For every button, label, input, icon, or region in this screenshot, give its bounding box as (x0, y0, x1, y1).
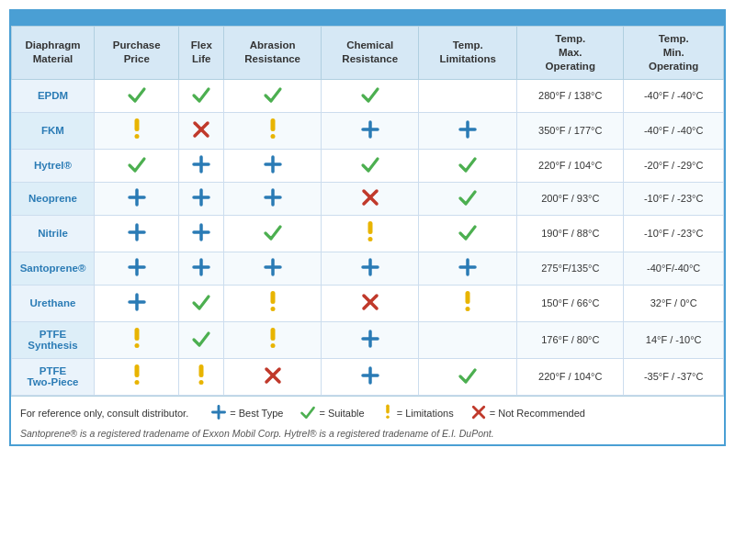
cell-material: EPDM (12, 79, 95, 112)
cell-purchase_price (95, 149, 179, 182)
cell-temp_limitations (419, 321, 517, 358)
cell-purchase_price (95, 215, 179, 252)
svg-rect-47 (134, 343, 139, 348)
cell-flex_life (179, 112, 224, 149)
plus-icon (191, 257, 211, 277)
cell-flex_life (179, 358, 224, 395)
svg-rect-1 (134, 134, 139, 139)
check-icon (360, 154, 380, 174)
check-icon (127, 84, 147, 105)
svg-rect-48 (270, 328, 275, 341)
plus-icon (127, 187, 147, 207)
plus-icon (127, 222, 147, 242)
cell-abrasion_resistance (224, 149, 322, 182)
cell-material: PTFESynthesis (12, 321, 95, 358)
svg-rect-46 (134, 328, 139, 341)
cell-temp_limitations (419, 112, 517, 149)
material-selection-guide: DiaphragmMaterial PurchasePrice FlexLife… (9, 9, 726, 446)
col-header-temp-max: Temp.Max.Operating (517, 27, 624, 80)
cell-temp_max: 350°F / 177°C (517, 112, 624, 149)
cell-temp_min: -10°F / -23°C (624, 182, 724, 215)
cell-temp_limitations (419, 252, 517, 285)
plus-icon (360, 119, 380, 140)
cell-temp_min: -40°F / -40°C (624, 79, 724, 112)
legend-warn-label: = Limitations (397, 408, 454, 419)
cell-material: FKM (12, 112, 95, 149)
warn-icon (264, 290, 282, 314)
table-row: EPDM280°F / 138°C-40°F / -40°C (12, 79, 724, 112)
plus-icon (191, 154, 211, 174)
warn-icon (128, 327, 146, 351)
legend-bar: For reference only, consult distributor.… (11, 396, 724, 426)
check-icon (263, 222, 283, 242)
table-row: Nitrile 190°F / 88°C-10°F / -23°C (12, 215, 724, 252)
col-header-material: DiaphragmMaterial (12, 27, 95, 80)
cell-chemical_resistance (322, 182, 419, 215)
cell-temp_max: 280°F / 138°C (517, 79, 624, 112)
cell-temp_limitations (419, 285, 517, 321)
legend-plus: = Best Type (210, 404, 283, 422)
table-row: Neoprene200°F / 93°C-10°F / -23°C (12, 182, 724, 215)
cell-chemical_resistance (322, 112, 419, 149)
cell-temp_max: 220°F / 104°C (517, 149, 624, 182)
warn-icon (381, 402, 394, 424)
svg-rect-52 (134, 364, 139, 377)
svg-rect-41 (270, 307, 275, 311)
cell-chemical_resistance (322, 358, 419, 395)
cell-abrasion_resistance (224, 79, 322, 112)
svg-rect-49 (270, 343, 275, 348)
cell-purchase_price (95, 182, 179, 215)
cell-material: Santoprene® (12, 252, 95, 285)
plus-icon (360, 257, 380, 277)
plus-icon (360, 365, 380, 386)
cell-flex_life (179, 215, 224, 252)
cell-chemical_resistance (322, 215, 419, 252)
selection-table: DiaphragmMaterial PurchasePrice FlexLife… (11, 26, 724, 396)
cell-material: Nitrile (12, 215, 95, 252)
check-icon (191, 292, 211, 312)
cell-temp_limitations (419, 215, 517, 252)
warn-icon (458, 290, 477, 314)
cell-purchase_price (95, 358, 179, 395)
plus-icon (191, 222, 211, 242)
cell-temp_max: 176°F / 80°C (517, 321, 624, 358)
cell-temp_max: 275°F/135°C (517, 252, 624, 285)
col-header-chemical: ChemicalResistance (322, 27, 419, 80)
table-row: FKM 350°F / 177°C-40°F / -40°C (12, 112, 724, 149)
x-icon (360, 187, 380, 207)
x-icon (360, 292, 380, 312)
cell-flex_life (179, 285, 224, 321)
svg-rect-27 (368, 237, 372, 241)
cell-abrasion_resistance (224, 321, 322, 358)
plus-icon (263, 187, 283, 207)
check-icon (458, 365, 478, 386)
cell-temp_min: -10°F / -23°C (624, 215, 724, 252)
check-icon (127, 154, 147, 174)
cell-material: Urethane (12, 285, 95, 321)
cell-temp_min: -35°F / -37°C (624, 358, 724, 395)
cell-abrasion_resistance (224, 112, 322, 149)
cell-abrasion_resistance (224, 215, 322, 252)
x-icon (263, 365, 283, 386)
legend-ref: For reference only, consult distributor. (20, 408, 188, 419)
cell-purchase_price (95, 321, 179, 358)
table-row: PTFESynthesis 176°F / 80°C14°F / -10°C (12, 321, 724, 358)
legend-x: = Not Recommended (470, 404, 585, 422)
plus-icon (458, 84, 478, 105)
cell-flex_life (179, 149, 224, 182)
cell-chemical_resistance (322, 252, 419, 285)
cell-temp_min: 14°F / -10°C (624, 321, 724, 358)
cell-temp_limitations (419, 358, 517, 395)
cell-temp_limitations (419, 79, 517, 112)
svg-rect-63 (386, 415, 390, 419)
plus-icon (458, 119, 478, 140)
svg-rect-62 (386, 404, 390, 413)
cell-abrasion_resistance (224, 252, 322, 285)
check-icon (191, 329, 211, 349)
legend-x-label: = Not Recommended (490, 408, 585, 419)
cell-purchase_price (95, 79, 179, 112)
warn-icon (192, 364, 210, 387)
svg-rect-40 (270, 291, 275, 304)
cell-material: PTFETwo-Piece (12, 358, 95, 395)
x-icon (191, 119, 211, 140)
